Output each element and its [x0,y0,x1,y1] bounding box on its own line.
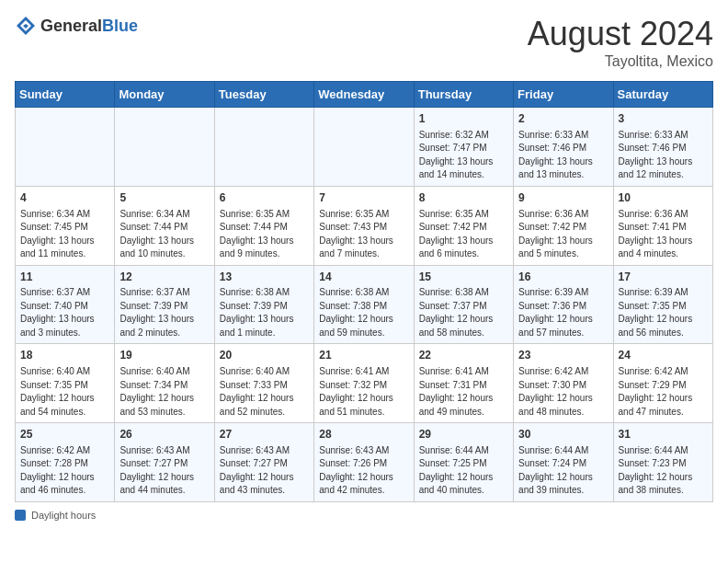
calendar-week-row: 1Sunrise: 6:32 AM Sunset: 7:47 PM Daylig… [16,108,713,187]
day-number: 29 [419,427,508,442]
day-content: Sunrise: 6:40 AM Sunset: 7:33 PM Dayligh… [220,365,309,419]
day-content: Sunrise: 6:38 AM Sunset: 7:39 PM Dayligh… [220,286,309,339]
calendar-week-row: 25Sunrise: 6:42 AM Sunset: 7:28 PM Dayli… [16,423,713,502]
day-number: 15 [419,270,508,285]
day-content: Sunrise: 6:42 AM Sunset: 7:28 PM Dayligh… [20,444,109,498]
calendar-cell: 12Sunrise: 6:37 AM Sunset: 7:39 PM Dayli… [115,265,214,344]
day-content: Sunrise: 6:40 AM Sunset: 7:35 PM Dayligh… [20,365,109,419]
day-content: Sunrise: 6:43 AM Sunset: 7:27 PM Dayligh… [220,444,309,498]
day-number: 31 [619,427,708,442]
col-header-sunday: Sunday [16,82,115,108]
day-content: Sunrise: 6:36 AM Sunset: 7:42 PM Dayligh… [518,208,608,261]
day-number: 7 [319,190,408,206]
calendar-cell: 18Sunrise: 6:40 AM Sunset: 7:35 PM Dayli… [16,344,115,423]
calendar-cell: 15Sunrise: 6:38 AM Sunset: 7:37 PM Dayli… [414,265,513,344]
calendar-header-row: SundayMondayTuesdayWednesdayThursdayFrid… [16,82,713,108]
day-number: 1 [419,111,508,127]
day-content: Sunrise: 6:34 AM Sunset: 7:45 PM Dayligh… [20,208,109,261]
month-year-title: August 2024 [528,15,713,53]
col-header-monday: Monday [115,82,214,108]
calendar-cell: 2Sunrise: 6:33 AM Sunset: 7:46 PM Daylig… [514,108,613,187]
calendar-cell [214,108,313,187]
day-content: Sunrise: 6:35 AM Sunset: 7:43 PM Dayligh… [319,208,408,261]
calendar-cell: 4Sunrise: 6:34 AM Sunset: 7:45 PM Daylig… [16,186,115,265]
calendar-cell [16,108,115,187]
logo-text: GeneralBlue [40,17,138,36]
calendar-cell: 28Sunrise: 6:43 AM Sunset: 7:26 PM Dayli… [314,423,414,502]
calendar-cell: 25Sunrise: 6:42 AM Sunset: 7:28 PM Dayli… [16,423,115,502]
calendar-cell: 8Sunrise: 6:35 AM Sunset: 7:42 PM Daylig… [414,186,513,265]
day-number: 20 [220,348,309,363]
calendar-cell: 11Sunrise: 6:37 AM Sunset: 7:40 PM Dayli… [16,265,115,344]
day-content: Sunrise: 6:33 AM Sunset: 7:46 PM Dayligh… [518,129,608,182]
day-content: Sunrise: 6:42 AM Sunset: 7:30 PM Dayligh… [518,365,608,419]
calendar-cell: 22Sunrise: 6:41 AM Sunset: 7:31 PM Dayli… [414,344,513,423]
day-content: Sunrise: 6:44 AM Sunset: 7:25 PM Dayligh… [419,444,508,498]
day-number: 30 [518,427,608,442]
calendar-cell: 14Sunrise: 6:38 AM Sunset: 7:38 PM Dayli… [314,265,414,344]
day-number: 6 [220,190,309,206]
day-content: Sunrise: 6:35 AM Sunset: 7:42 PM Dayligh… [419,208,508,261]
day-content: Sunrise: 6:37 AM Sunset: 7:40 PM Dayligh… [20,286,109,339]
calendar-cell: 6Sunrise: 6:35 AM Sunset: 7:44 PM Daylig… [214,186,313,265]
day-number: 18 [20,348,109,363]
day-number: 10 [619,190,708,206]
day-number: 26 [119,427,209,442]
day-content: Sunrise: 6:34 AM Sunset: 7:44 PM Dayligh… [119,208,209,261]
calendar-cell: 27Sunrise: 6:43 AM Sunset: 7:27 PM Dayli… [214,423,313,502]
calendar-cell: 3Sunrise: 6:33 AM Sunset: 7:46 PM Daylig… [613,108,712,187]
day-number: 23 [518,348,608,363]
day-content: Sunrise: 6:39 AM Sunset: 7:36 PM Dayligh… [518,286,608,339]
calendar-cell: 24Sunrise: 6:42 AM Sunset: 7:29 PM Dayli… [613,344,712,423]
calendar-table: SundayMondayTuesdayWednesdayThursdayFrid… [15,81,713,502]
calendar-cell: 23Sunrise: 6:42 AM Sunset: 7:30 PM Dayli… [514,344,613,423]
calendar-cell: 17Sunrise: 6:39 AM Sunset: 7:35 PM Dayli… [613,265,712,344]
calendar-cell: 29Sunrise: 6:44 AM Sunset: 7:25 PM Dayli… [414,423,513,502]
footer-label: Daylight hours [31,510,96,521]
day-number: 17 [619,270,708,285]
footer-dot-icon [15,510,26,521]
day-number: 25 [20,427,109,442]
calendar-cell: 26Sunrise: 6:43 AM Sunset: 7:27 PM Dayli… [115,423,214,502]
day-number: 8 [419,190,508,206]
day-number: 22 [419,348,508,363]
day-content: Sunrise: 6:32 AM Sunset: 7:47 PM Dayligh… [419,129,508,182]
day-content: Sunrise: 6:41 AM Sunset: 7:31 PM Dayligh… [419,365,508,419]
logo-icon [15,15,37,37]
day-number: 3 [619,111,708,127]
day-number: 14 [319,270,408,285]
calendar-cell: 7Sunrise: 6:35 AM Sunset: 7:43 PM Daylig… [314,186,414,265]
col-header-wednesday: Wednesday [314,82,414,108]
logo-blue: Blue [102,17,138,35]
col-header-saturday: Saturday [613,82,712,108]
day-number: 16 [518,270,608,285]
day-content: Sunrise: 6:44 AM Sunset: 7:24 PM Dayligh… [518,444,608,498]
day-number: 27 [220,427,309,442]
calendar-cell [314,108,414,187]
calendar-cell: 31Sunrise: 6:44 AM Sunset: 7:23 PM Dayli… [613,423,712,502]
day-content: Sunrise: 6:33 AM Sunset: 7:46 PM Dayligh… [619,129,708,182]
calendar-cell: 16Sunrise: 6:39 AM Sunset: 7:36 PM Dayli… [514,265,613,344]
day-number: 21 [319,348,408,363]
calendar-week-row: 4Sunrise: 6:34 AM Sunset: 7:45 PM Daylig… [16,186,713,265]
day-content: Sunrise: 6:38 AM Sunset: 7:37 PM Dayligh… [419,286,508,339]
calendar-cell: 21Sunrise: 6:41 AM Sunset: 7:32 PM Dayli… [314,344,414,423]
day-number: 2 [518,111,608,127]
day-content: Sunrise: 6:37 AM Sunset: 7:39 PM Dayligh… [119,286,209,339]
page-header: GeneralBlue August 2024 Tayoltita, Mexic… [15,15,713,70]
day-content: Sunrise: 6:44 AM Sunset: 7:23 PM Dayligh… [619,444,708,498]
day-number: 11 [20,270,109,285]
day-content: Sunrise: 6:38 AM Sunset: 7:38 PM Dayligh… [319,286,408,339]
day-number: 12 [119,270,209,285]
footer: Daylight hours [15,510,713,521]
day-number: 5 [119,190,209,206]
location-subtitle: Tayoltita, Mexico [528,53,713,70]
day-number: 19 [119,348,209,363]
calendar-cell: 13Sunrise: 6:38 AM Sunset: 7:39 PM Dayli… [214,265,313,344]
calendar-week-row: 11Sunrise: 6:37 AM Sunset: 7:40 PM Dayli… [16,265,713,344]
day-number: 13 [220,270,309,285]
day-content: Sunrise: 6:42 AM Sunset: 7:29 PM Dayligh… [619,365,708,419]
col-header-tuesday: Tuesday [214,82,313,108]
day-number: 28 [319,427,408,442]
logo: GeneralBlue [15,15,138,37]
